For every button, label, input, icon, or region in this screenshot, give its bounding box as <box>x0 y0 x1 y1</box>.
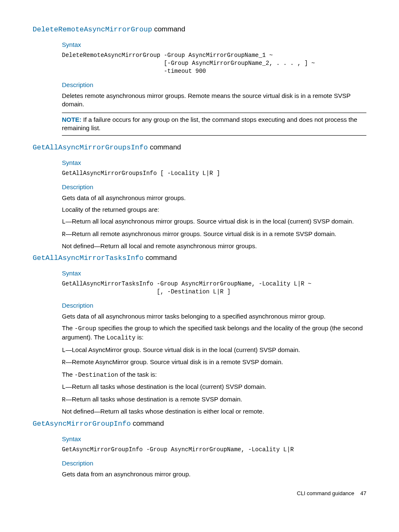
syntax-heading: Syntax <box>62 41 366 48</box>
option-notdefined: Not defined—Return all local and remote … <box>62 242 366 250</box>
destination-description: The -Destination of the task is: <box>62 370 366 380</box>
command-name: GetAllAsyncMirrorTasksInfo <box>33 254 143 262</box>
syntax-code: GetAsyncMirrorGroupInfo -Group AsyncMirr… <box>62 446 366 454</box>
description-text: Locality of the returned groups are: <box>62 206 366 214</box>
option-l: L—Local AsyncMirror group. Source virtua… <box>62 346 366 355</box>
option-r: R—Return all remote asynchronous mirror … <box>62 230 366 239</box>
description-heading: Description <box>62 183 366 190</box>
section-heading-getallgroups: GetAllAsyncMirrorGroupsInfo command <box>33 143 366 152</box>
syntax-heading: Syntax <box>62 159 366 166</box>
syntax-code: GetAllAsyncMirrorGroupsInfo [ -Locality … <box>62 170 366 177</box>
option-text: —Return all local asynchronous mirror gr… <box>66 218 354 225</box>
option-notdefined: Not defined—Return all tasks whose desti… <box>62 407 366 416</box>
option-code: L <box>62 384 66 391</box>
command-suffix: command <box>143 254 176 262</box>
section-heading-delete: DeleteRemoteAsyncMirrorGroup command <box>33 25 366 33</box>
option-l: L—Return all tasks whose destination is … <box>62 383 366 392</box>
option-code: R <box>62 396 66 403</box>
note-text: If a failure occurs for any group on the… <box>62 116 357 131</box>
text: The <box>62 371 74 378</box>
command-name: GetAsyncMirrorGroupInfo <box>33 420 131 428</box>
section-heading-getgroup: GetAsyncMirrorGroupInfo command <box>33 419 366 428</box>
param-code: -Destination <box>74 372 118 378</box>
syntax-heading: Syntax <box>62 270 366 277</box>
footer-text: CLI command guidance <box>297 490 354 496</box>
option-code: L <box>62 218 66 225</box>
command-name: GetAllAsyncMirrorGroupsInfo <box>33 144 148 152</box>
text: The <box>62 324 74 332</box>
option-r: R—Return all tasks whose destination is … <box>62 395 366 404</box>
option-code: R <box>62 359 66 366</box>
page-number: 47 <box>361 490 366 496</box>
page-footer: CLI command guidance 47 <box>33 490 366 496</box>
option-text: —Return all remote asynchronous mirror g… <box>66 230 337 237</box>
description-text: Gets data of all asynchronous mirror gro… <box>62 194 366 202</box>
syntax-code: GetAllAsyncMirrorTasksInfo -Group AsyncM… <box>62 280 366 296</box>
syntax-code: DeleteRemoteAsyncMirrorGroup -Group Asyn… <box>62 51 366 75</box>
section-heading-getalltasks: GetAllAsyncMirrorTasksInfo command <box>33 254 366 262</box>
option-code: L <box>62 347 66 354</box>
option-text: —Return all tasks whose destination is a… <box>66 396 242 403</box>
description-heading: Description <box>62 460 366 467</box>
syntax-heading: Syntax <box>62 435 366 442</box>
note-label: NOTE: <box>62 116 82 123</box>
text: is: <box>136 334 143 341</box>
group-description: The -Group specifies the group to which … <box>62 324 366 342</box>
command-suffix: command <box>152 25 185 33</box>
description-text: Deletes remote asynchronous mirror group… <box>62 92 366 109</box>
description-heading: Description <box>62 302 366 309</box>
option-code: R <box>62 231 66 238</box>
option-text: —Remote AsyncMirror group. Source virtua… <box>66 358 283 365</box>
option-r: R—Remote AsyncMirror group. Source virtu… <box>62 358 366 367</box>
note-block: NOTE: If a failure occurs for any group … <box>62 113 366 136</box>
param-code: Locality <box>106 334 136 341</box>
description-heading: Description <box>62 81 366 88</box>
text: of the task is: <box>118 371 157 378</box>
description-text: Gets data of all asynchronous mirror tas… <box>62 312 366 321</box>
command-name: DeleteRemoteAsyncMirrorGroup <box>33 26 152 33</box>
command-suffix: command <box>131 419 164 427</box>
option-l: L—Return all local asynchronous mirror g… <box>62 217 366 226</box>
option-text: —Return all tasks whose destination is t… <box>66 383 266 390</box>
param-code: -Group <box>74 325 96 332</box>
option-text: —Local AsyncMirror group. Source virtual… <box>66 346 300 353</box>
description-text: Gets data from an asynchronous mirror gr… <box>62 470 366 478</box>
command-suffix: command <box>148 143 181 151</box>
